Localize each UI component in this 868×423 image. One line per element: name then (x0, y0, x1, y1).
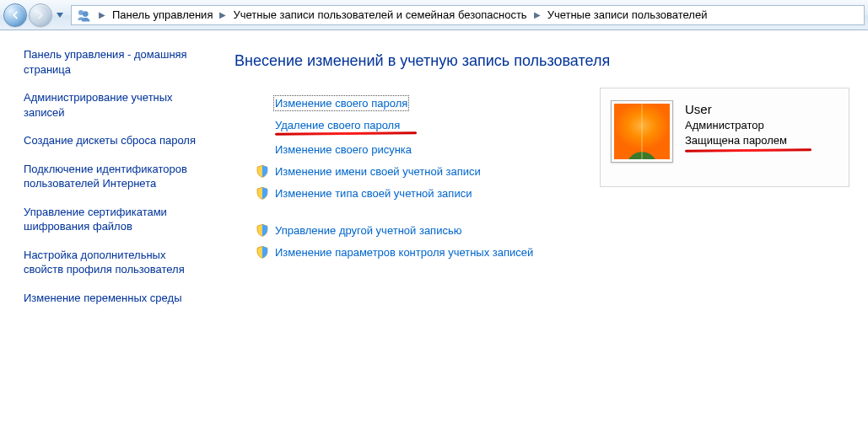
breadcrumb-separator: ▶ (94, 10, 111, 19)
sidebar-item-advanced-profile[interactable]: Настройка дополнительных свойств профиля… (24, 248, 201, 277)
user-account-card: User Администратор Защищена паролем (600, 88, 849, 187)
user-name: User (685, 100, 811, 118)
user-role: Администратор (685, 118, 811, 133)
link-uac-settings[interactable]: Изменение параметров контроля учетных за… (275, 246, 533, 259)
breadcrumb[interactable]: ▶ Панель управления ▶ Учетные записи пол… (71, 5, 865, 25)
shield-icon (255, 185, 270, 201)
sidebar-item-password-reset-disk[interactable]: Создание дискеты сброса пароля (24, 133, 201, 148)
link-change-type[interactable]: Изменение типа своей учетной записи (275, 187, 472, 200)
sidebar-item-online-ids[interactable]: Подключение идентификаторов пользователе… (24, 162, 201, 191)
annotation-underline (275, 131, 417, 135)
link-change-picture[interactable]: Изменение своего рисунка (275, 143, 412, 156)
breadcrumb-separator: ▶ (529, 10, 546, 19)
forward-button[interactable] (29, 3, 52, 27)
breadcrumb-separator: ▶ (214, 10, 231, 19)
back-button[interactable] (3, 3, 27, 27)
sidebar-item-manage-accounts[interactable]: Администрирование учетных записей (24, 90, 201, 120)
sidebar-item-encryption-certs[interactable]: Управление сертификатами шифрования файл… (24, 205, 201, 234)
arrow-left-icon (9, 9, 21, 21)
shield-icon (255, 244, 270, 260)
page-title: Внесение изменений в учетную запись поль… (235, 52, 851, 70)
user-status: Защищена паролем (685, 133, 811, 148)
shield-icon (255, 222, 270, 238)
sidebar-item-home[interactable]: Панель управления - домашняя страница (24, 47, 201, 77)
user-accounts-icon (75, 7, 92, 24)
chevron-down-icon (57, 13, 63, 18)
sidebar-item-env-vars[interactable]: Изменение переменных среды (24, 291, 201, 306)
annotation-underline (685, 149, 811, 153)
shield-icon (255, 163, 270, 179)
avatar (611, 100, 673, 163)
history-dropdown[interactable] (54, 6, 66, 24)
avatar-image (614, 104, 670, 159)
navigation-bar: ▶ Панель управления ▶ Учетные записи пол… (0, 0, 868, 30)
breadcrumb-item-control-panel[interactable]: Панель управления (111, 8, 214, 21)
breadcrumb-item-user-accounts[interactable]: Учетные записи пользователей (546, 8, 709, 21)
user-info: User Администратор Защищена паролем (685, 100, 811, 152)
link-change-password[interactable]: Изменение своего пароля (275, 97, 407, 110)
svg-point-1 (83, 11, 89, 17)
link-manage-other[interactable]: Управление другой учетной записью (275, 224, 461, 237)
link-change-name[interactable]: Изменение имени своей учетной записи (275, 165, 481, 178)
breadcrumb-item-family-safety[interactable]: Учетные записи пользователей и семейная … (231, 8, 528, 21)
sidebar: Панель управления - домашняя страница Ад… (0, 30, 213, 423)
arrow-right-icon (35, 9, 46, 21)
main-content: Внесение изменений в учетную запись поль… (213, 30, 868, 423)
link-remove-password[interactable]: Удаление своего пароля (275, 119, 400, 131)
